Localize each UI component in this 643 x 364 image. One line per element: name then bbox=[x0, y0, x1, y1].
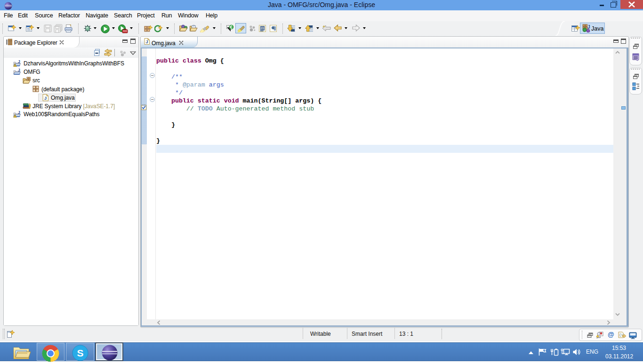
svg-text:J: J bbox=[18, 60, 20, 64]
svg-text:S: S bbox=[77, 348, 83, 358]
svg-text:J: J bbox=[18, 111, 20, 115]
svg-text:J: J bbox=[18, 68, 20, 72]
svg-text:J: J bbox=[145, 40, 148, 44]
svg-text:J: J bbox=[587, 24, 590, 30]
svg-text:J: J bbox=[44, 95, 47, 101]
